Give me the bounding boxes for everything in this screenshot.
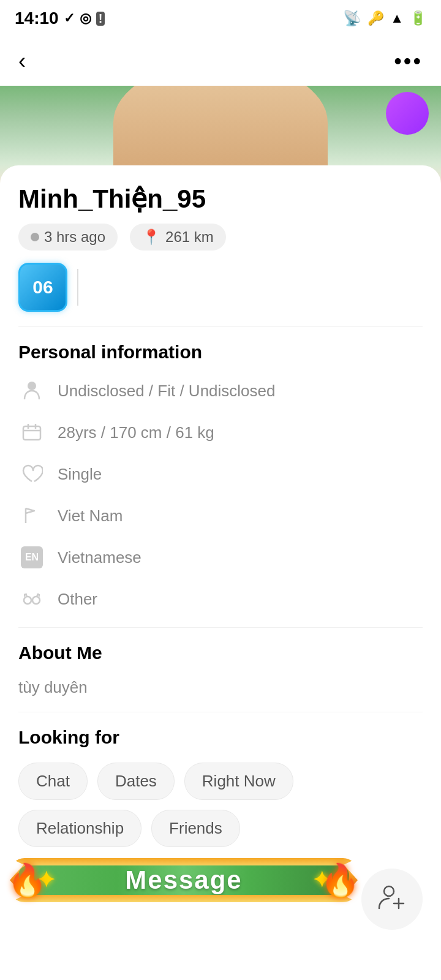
distance-badge: 📍 261 km — [130, 224, 226, 251]
battery-icon: 🔋 — [410, 10, 426, 26]
username: Minh_Thiện_95 — [18, 184, 423, 214]
tag-dates: Dates — [97, 763, 175, 800]
personal-info-section: Personal information Undisclosed / Fit /… — [18, 342, 423, 612]
action-row: 🔥 🔥 ✦ Message ✦ — [18, 865, 423, 933]
tag-right-now: Right Now — [184, 763, 293, 800]
country-icon — [18, 502, 45, 529]
status-time: 14:10 ✓ ◎ ! — [15, 9, 105, 28]
age-text: 28yrs / 170 cm / 61 kg — [58, 423, 214, 442]
online-dot — [31, 233, 39, 241]
level-badge: 06 — [18, 263, 67, 312]
level-number: 06 — [32, 277, 53, 298]
profile-card: Minh_Thiện_95 3 hrs ago 📍 261 km 06 Pers… — [0, 165, 441, 980]
gender-text: Other — [58, 590, 97, 609]
body-type-icon — [18, 377, 45, 404]
info-row-country: Viet Nam — [18, 502, 423, 529]
wifi-icon: ▲ — [390, 10, 404, 26]
relationship-status-icon — [18, 461, 45, 488]
looking-for-title: Looking for — [18, 727, 423, 748]
meta-row: 3 hrs ago 📍 261 km — [18, 224, 423, 251]
badge-divider — [77, 269, 78, 306]
info-row-status: Single — [18, 461, 423, 488]
flame-left-icon: 🔥 — [7, 862, 47, 899]
looking-for-section: Looking for Chat Dates Right Now Relatio… — [18, 727, 423, 847]
last-seen-text: 3 hrs ago — [44, 228, 105, 246]
about-me-section: About Me tùy duyên — [18, 643, 423, 697]
language-text: Vietnamese — [58, 548, 141, 567]
tags-row: Chat Dates Right Now Relationship Friend… — [18, 763, 423, 847]
message-label: Message — [125, 865, 242, 895]
relationship-status-text: Single — [58, 465, 102, 484]
flame-right-icon: 🔥 — [320, 862, 360, 899]
location-pin-icon: 📍 — [142, 228, 160, 246]
svg-rect-1 — [23, 426, 40, 440]
svg-point-0 — [28, 382, 36, 390]
info-row-body: Undisclosed / Fit / Undisclosed — [18, 377, 423, 404]
message-btn-wrapper: 🔥 🔥 ✦ Message ✦ — [18, 865, 349, 933]
key-icon: 🔑 — [368, 10, 384, 26]
divider-3 — [18, 712, 423, 712]
last-seen-badge: 3 hrs ago — [18, 224, 118, 251]
divider-1 — [18, 326, 423, 327]
check-icon: ✓ — [64, 10, 75, 26]
tag-relationship: Relationship — [18, 810, 141, 847]
badge-row: 06 — [18, 263, 423, 312]
location-icon: ◎ — [80, 10, 91, 26]
personal-info-title: Personal information — [18, 342, 423, 363]
back-button[interactable]: ‹ — [18, 48, 26, 74]
alert-icon: ! — [96, 12, 105, 26]
info-row-gender: Other — [18, 586, 423, 612]
svg-point-13 — [384, 886, 394, 896]
age-icon — [18, 419, 45, 446]
info-row-language: EN Vietnamese — [18, 544, 423, 571]
svg-point-6 — [32, 597, 40, 604]
profile-accent-circle — [386, 92, 429, 135]
clock: 14:10 — [15, 9, 59, 28]
status-icons: 📡 🔑 ▲ 🔋 — [343, 10, 426, 27]
message-button[interactable]: ✦ Message ✦ — [18, 865, 349, 895]
add-friend-button[interactable] — [361, 869, 423, 930]
about-me-title: About Me — [18, 643, 423, 663]
distance-text: 261 km — [165, 228, 214, 246]
language-icon: EN — [18, 544, 45, 571]
top-nav: ‹ ••• — [0, 37, 441, 86]
add-friend-icon — [377, 881, 407, 918]
divider-2 — [18, 627, 423, 628]
more-button[interactable]: ••• — [394, 48, 423, 74]
body-type-text: Undisclosed / Fit / Undisclosed — [58, 382, 275, 401]
gender-icon — [18, 586, 45, 612]
country-text: Viet Nam — [58, 507, 123, 526]
tag-friends: Friends — [151, 810, 240, 847]
info-row-age: 28yrs / 170 cm / 61 kg — [18, 419, 423, 446]
tag-chat: Chat — [18, 763, 88, 800]
status-bar: 14:10 ✓ ◎ ! 📡 🔑 ▲ 🔋 — [0, 0, 441, 37]
about-me-text: tùy duyên — [18, 678, 423, 697]
cast-icon: 📡 — [343, 10, 361, 27]
svg-point-5 — [24, 597, 31, 604]
